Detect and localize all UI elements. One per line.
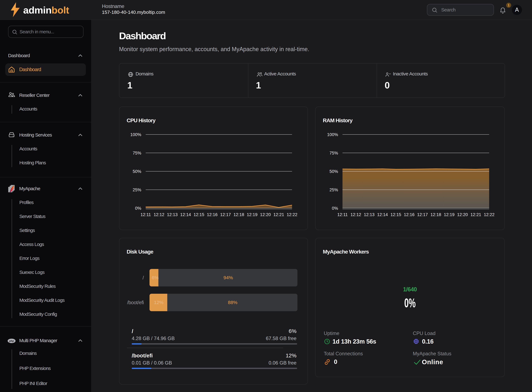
svg-text:12:12: 12:12 bbox=[350, 212, 361, 217]
svg-text:12:11: 12:11 bbox=[337, 212, 348, 217]
svg-text:100%: 100% bbox=[130, 132, 141, 137]
svg-text:12:18: 12:18 bbox=[233, 212, 244, 217]
svg-text:12:21: 12:21 bbox=[470, 212, 481, 217]
svg-text:50%: 50% bbox=[133, 169, 141, 174]
svg-text:0%: 0% bbox=[135, 206, 141, 211]
svg-text:12:15: 12:15 bbox=[194, 212, 204, 217]
svg-text:12:13: 12:13 bbox=[364, 212, 375, 217]
svg-text:12:16: 12:16 bbox=[207, 212, 217, 217]
svg-text:12:17: 12:17 bbox=[417, 212, 428, 217]
svg-text:0%: 0% bbox=[332, 206, 338, 211]
svg-text:12:16: 12:16 bbox=[404, 212, 415, 217]
svg-text:12:19: 12:19 bbox=[444, 212, 454, 217]
svg-text:12:14: 12:14 bbox=[180, 212, 191, 217]
svg-text:50%: 50% bbox=[329, 169, 338, 174]
svg-text:12:20: 12:20 bbox=[457, 212, 468, 217]
svg-text:12:13: 12:13 bbox=[167, 212, 178, 217]
svg-text:12:14: 12:14 bbox=[377, 212, 388, 217]
svg-text:75%: 75% bbox=[133, 151, 141, 155]
svg-text:100%: 100% bbox=[327, 132, 338, 137]
svg-text:25%: 25% bbox=[329, 187, 338, 192]
svg-text:12:20: 12:20 bbox=[260, 212, 271, 217]
svg-text:php: php bbox=[9, 340, 14, 342]
svg-text:12:17: 12:17 bbox=[220, 212, 231, 217]
svg-text:12:11: 12:11 bbox=[140, 212, 151, 217]
svg-text:12:22: 12:22 bbox=[484, 212, 495, 217]
svg-text:25%: 25% bbox=[133, 187, 141, 192]
svg-text:75%: 75% bbox=[329, 151, 338, 155]
svg-text:12:15: 12:15 bbox=[390, 212, 401, 217]
svg-text:12:21: 12:21 bbox=[273, 212, 284, 217]
svg-text:12:19: 12:19 bbox=[247, 212, 258, 217]
svg-text:12:18: 12:18 bbox=[430, 212, 441, 217]
svg-text:12:12: 12:12 bbox=[154, 212, 164, 217]
svg-text:12:22: 12:22 bbox=[287, 212, 297, 217]
